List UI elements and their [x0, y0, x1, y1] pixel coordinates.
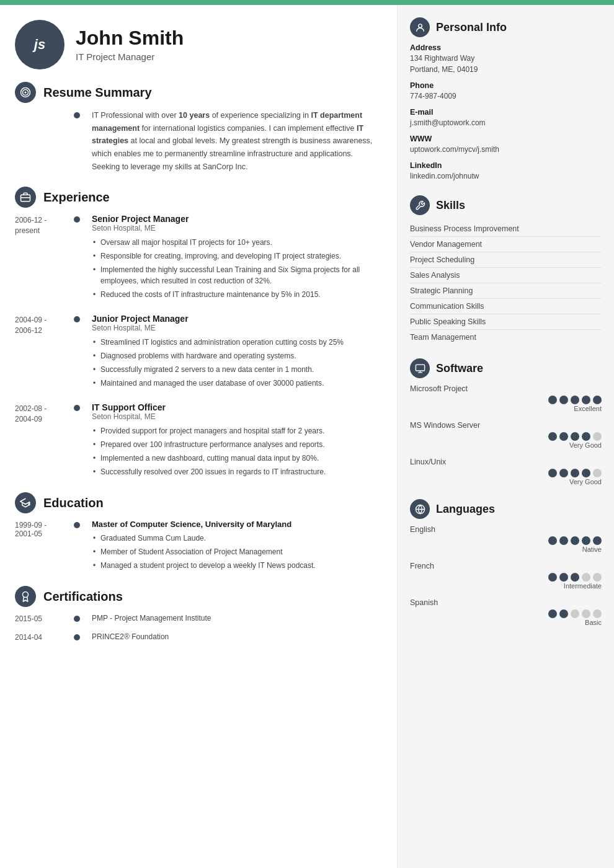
info-linkedin-label: LinkedIn [410, 161, 602, 170]
skill-4: Strategic Planning [410, 283, 602, 299]
edu-date-1: 1999-09 - 2001-05 [15, 520, 71, 572]
exp-bullet-3-4: Successfully resolved over 200 issues in… [92, 465, 378, 479]
cert-date-1: 2015-05 [15, 613, 71, 623]
experience-section: Experience 2006-12 - present Senior Proj… [15, 187, 378, 479]
exp-bullet-2-1: Streamlined IT logistics and administrat… [92, 335, 378, 349]
info-phone: Phone 774-987-4009 [410, 81, 602, 102]
info-www-value: uptowork.com/mycv/j.smith [410, 144, 602, 155]
experience-item-1: 2006-12 - present Senior Project Manager… [15, 214, 378, 301]
summary-section: Resume Summary IT Professional with over… [15, 82, 378, 173]
exp-date-1: 2006-12 - present [15, 214, 71, 301]
skills-section: Skills Business Process Improvement Vend… [410, 195, 602, 345]
dot-0-5 [593, 396, 602, 404]
cert-dot-col-1 [71, 613, 83, 623]
skills-title: Skills [436, 199, 465, 212]
skills-list: Business Process Improvement Vendor Mana… [410, 221, 602, 345]
education-icon [15, 492, 36, 513]
award-icon [20, 591, 31, 602]
lang-dot-0-5 [593, 536, 602, 545]
software-label-2: Very Good [410, 478, 602, 485]
summary-title: Resume Summary [43, 86, 152, 100]
experience-header: Experience [15, 187, 378, 208]
edu-bullet-1-1: Graduated Summa Cum Laude. [92, 531, 378, 545]
exp-date-3: 2002-08 - 2004-09 [15, 402, 71, 479]
languages-header: Languages [410, 499, 602, 519]
exp-bullet-1-2: Responsible for creating, improving, and… [92, 249, 378, 263]
exp-dot-3 [74, 405, 80, 411]
exp-bullet-2-3: Successfully migrated 2 servers to a new… [92, 363, 378, 376]
skill-5: Communication Skills [410, 299, 602, 314]
skill-1: Vendor Management [410, 237, 602, 252]
lang-item-1: French Intermediate [410, 562, 602, 590]
info-www: WWW uptowork.com/mycv/j.smith [410, 135, 602, 155]
education-section: Education 1999-09 - 2001-05 Master of Co… [15, 492, 378, 572]
exp-bullets-3: Provided support for project managers an… [92, 424, 378, 479]
info-email: E-mail j.smith@uptowork.com [410, 108, 602, 128]
lang-dot-0-4 [582, 536, 590, 545]
edu-dot-1 [74, 522, 80, 528]
header-text: John Smith IT Project Manager [76, 27, 184, 62]
dot-0-2 [559, 396, 568, 404]
resume-header: js John Smith IT Project Manager [15, 20, 378, 69]
info-phone-value: 774-987-4009 [410, 91, 602, 102]
lang-dot-1-1 [548, 573, 557, 582]
exp-company-3: Seton Hospital, ME [92, 412, 378, 421]
edu-bullet-1-3: Managed a student project to develop a w… [92, 559, 378, 572]
lang-dot-0-3 [571, 536, 579, 545]
exp-dot-1 [74, 216, 80, 223]
exp-bullets-1: Oversaw all major hospital IT projects f… [92, 236, 378, 301]
summary-dot-col [71, 109, 83, 173]
summary-body: IT Professional with over 10 years of ex… [15, 109, 378, 173]
experience-timeline: 2006-12 - present Senior Project Manager… [15, 214, 378, 479]
summary-dot [74, 112, 80, 118]
briefcase-icon [20, 192, 31, 203]
candidate-name: John Smith [76, 27, 184, 49]
info-email-value: j.smith@uptowork.com [410, 117, 602, 128]
software-list: Microsoft Project Excellent MS Windows S… [410, 384, 602, 485]
personal-info-title: Personal Info [436, 21, 507, 34]
lang-dot-0-1 [548, 536, 557, 545]
cert-dot-2 [74, 634, 80, 640]
info-phone-label: Phone [410, 81, 602, 90]
software-dots-1 [410, 432, 602, 441]
skill-3: Sales Analysis [410, 268, 602, 283]
dot-1-3 [571, 432, 579, 441]
svg-point-6 [418, 24, 422, 27]
exp-content-2: Junior Project Manager Seton Hospital, M… [83, 314, 378, 390]
summary-header: Resume Summary [15, 82, 378, 103]
left-column: js John Smith IT Project Manager Resume … [0, 5, 397, 868]
cert-dot-1 [74, 616, 80, 622]
cert-item-2: 2014-04 PRINCE2® Foundation [15, 632, 378, 642]
software-dots-2 [410, 469, 602, 477]
svg-rect-7 [416, 365, 424, 371]
exp-bullet-1-4: Reduced the costs of IT infrastructure m… [92, 288, 378, 301]
dot-2-1 [548, 469, 557, 477]
dot-0-3 [571, 396, 579, 404]
dot-2-4 [582, 469, 590, 477]
candidate-title: IT Project Manager [76, 51, 184, 62]
dot-2-2 [559, 469, 568, 477]
lang-dot-1-5 [593, 573, 602, 582]
software-label-1: Very Good [410, 441, 602, 449]
dot-2-5 [593, 469, 602, 477]
lang-name-0: English [410, 525, 602, 534]
info-email-label: E-mail [410, 108, 602, 117]
cert-item-1: 2015-05 PMP - Project Management Institu… [15, 613, 378, 623]
dot-0-1 [548, 396, 557, 404]
personal-info-section: Personal Info Address 134 Rightward WayP… [410, 17, 602, 182]
monitor-icon [415, 363, 425, 374]
top-bar [0, 0, 614, 5]
personal-info-icon [410, 17, 430, 37]
skill-6: Public Speaking Skills [410, 314, 602, 330]
exp-company-1: Seton Hospital, ME [92, 224, 378, 232]
exp-bullets-2: Streamlined IT logistics and administrat… [92, 335, 378, 390]
edu-degree-1: Master of Computer Science, University o… [92, 520, 378, 529]
lang-dots-0 [410, 536, 602, 545]
summary-icon [15, 82, 36, 103]
cert-dot-col-2 [71, 632, 83, 642]
lang-dots-2 [410, 609, 602, 618]
exp-bullet-3-2: Prepared over 100 infrastructure perform… [92, 438, 378, 451]
exp-title-3: IT Support Officer [92, 402, 378, 412]
certifications-section: Certifications 2015-05 PMP - Project Man… [15, 586, 378, 642]
info-address-label: Address [410, 43, 602, 52]
